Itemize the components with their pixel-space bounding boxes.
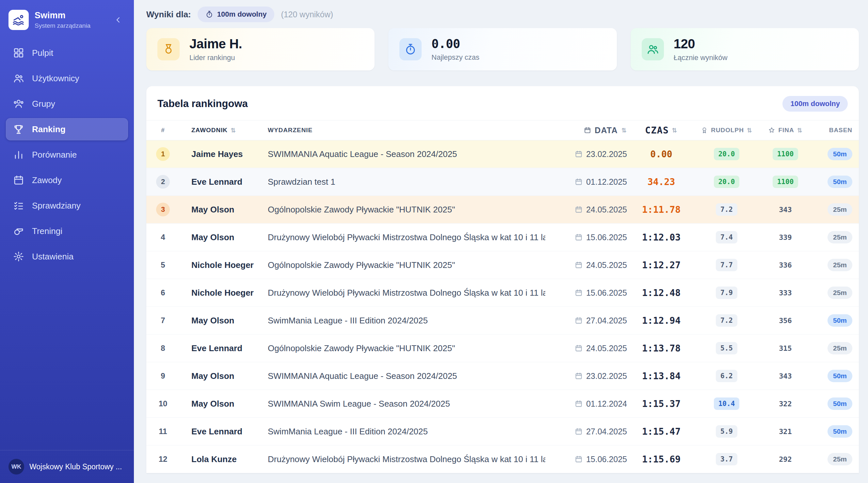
sidebar-item-label: Użytkownicy [32, 73, 79, 84]
table-row[interactable]: 3May OlsonOgólnopolskie Zawody Pływackie… [146, 196, 859, 224]
pool-badge: 50m [828, 314, 852, 327]
sidebar-item-label: Treningi [32, 226, 62, 236]
stat-text: Jaime H.Lider rankingu [189, 37, 242, 62]
event-filter-label: 100m dowolny [217, 10, 267, 19]
fina-points: 356 [779, 317, 792, 325]
table-row[interactable]: 1Jaime HayesSWIMMANIA Aquatic League - S… [146, 140, 859, 168]
sidebar-item-grupy[interactable]: Grupy [6, 93, 128, 115]
sidebar: Swimm System zarządzania PulpitUżytkowni… [0, 0, 134, 483]
pool-badge: 50m [828, 397, 852, 410]
column-label: Rudolph [711, 127, 744, 134]
fina-points: 292 [779, 455, 792, 463]
column-header-basen: Basen [813, 127, 852, 134]
table-event-badge: 100m dowolny [782, 96, 848, 111]
table-row[interactable]: 7May OlsonSwimMania League - III Edition… [146, 307, 859, 334]
brand-name: Swimm [35, 10, 90, 21]
result-time: 1:13.78 [627, 343, 695, 354]
column-label: Zawodnik [191, 127, 227, 134]
result-time: 0.00 [627, 149, 695, 160]
sidebar-item-label: Porównanie [32, 150, 77, 160]
column-label: FINA [778, 127, 794, 134]
trophy-icon [13, 124, 24, 135]
rank-badge: 9 [156, 369, 170, 383]
stat-text: 0.00Najlepszy czas [431, 37, 479, 62]
rank-badge: 10 [156, 397, 170, 411]
stat-card: Jaime H.Lider rankingu [146, 28, 375, 70]
pool-badge: 50m [828, 370, 852, 382]
gear-icon [13, 251, 24, 262]
group-icon [13, 98, 24, 109]
swimmer-name: May Olson [173, 232, 268, 243]
fina-points: 1100 [773, 175, 799, 188]
sidebar-item-uzytkownicy[interactable]: Użytkownicy [6, 67, 128, 89]
table-row[interactable]: 8Eve LennardOgólnopolskie Zawody Pływack… [146, 334, 859, 362]
result-date: 24.05.2025 [545, 344, 627, 353]
sidebar-item-label: Sprawdziany [32, 201, 81, 211]
result-date: 01.12.2024 [545, 399, 627, 409]
result-date: 23.02.2025 [545, 372, 627, 381]
rank-badge: 11 [156, 425, 170, 438]
pool-badge: 25m [828, 342, 852, 354]
result-date: 01.12.2025 [545, 177, 627, 187]
result-time: 1:13.84 [627, 371, 695, 382]
event-name: Sprawdzian test 1 [268, 177, 545, 187]
column-header-fina[interactable]: FINA⇅ [757, 127, 813, 134]
column-header-date[interactable]: Data⇅ [545, 126, 627, 135]
sidebar-item-porownanie[interactable]: Porównanie [6, 143, 128, 166]
sidebar-item-sprawdziany[interactable]: Sprawdziany [6, 194, 128, 217]
pool-badge: 25m [828, 287, 852, 299]
sidebar-collapse-button[interactable] [111, 13, 125, 27]
calendar-icon [575, 427, 583, 436]
column-header-time[interactable]: Czas⇅ [627, 125, 695, 136]
swimmer-name: May Olson [173, 316, 268, 326]
grid-icon [13, 47, 24, 58]
sidebar-item-ustawienia[interactable]: Ustawienia [6, 246, 128, 268]
sidebar-item-zawody[interactable]: Zawody [6, 169, 128, 191]
sidebar-item-label: Grupy [32, 99, 55, 109]
sidebar-footer[interactable]: WK Wojskowy Klub Sportowy ... [0, 450, 134, 483]
column-label: Wydarzenie [268, 127, 312, 134]
stat-value: Jaime H. [189, 37, 242, 51]
sidebar-item-pulpit[interactable]: Pulpit [6, 42, 128, 64]
column-label: Czas [645, 125, 669, 136]
fina-points: 315 [779, 344, 792, 352]
table-row[interactable]: 10May OlsonSWIMMANIA Swim League - Seaso… [146, 390, 859, 418]
swimmer-name: Jaime Hayes [173, 149, 268, 159]
rank-badge: 12 [156, 452, 170, 466]
fina-points: 1100 [773, 148, 799, 160]
column-label: Basen [829, 127, 852, 134]
sidebar-item-ranking[interactable]: Ranking [6, 118, 128, 140]
sidebar-item-treningi[interactable]: Treningi [6, 220, 128, 242]
stopwatch-icon [206, 10, 213, 18]
rudolph-score: 7.4 [716, 231, 737, 244]
column-header-rudolph[interactable]: Rudolph⇅ [695, 127, 757, 134]
stat-card: 0.00Najlepszy czas [388, 28, 617, 70]
rank-badge: 5 [156, 258, 170, 272]
table-row[interactable]: 5Nichole HoegerOgólnopolskie Zawody Pływ… [146, 251, 859, 279]
table-row[interactable]: 12Lola KunzeDrużynowy Wielobój Pływacki … [146, 446, 859, 473]
table-row[interactable]: 4May OlsonDrużynowy Wielobój Pływacki Mi… [146, 224, 859, 251]
sort-icon: ⇅ [672, 127, 677, 134]
stat-card: 120Łącznie wyników [630, 28, 859, 70]
table-row[interactable]: 9May OlsonSWIMMANIA Aquatic League - Sea… [146, 362, 859, 390]
sort-icon: ⇅ [797, 127, 803, 134]
table-row[interactable]: 6Nichole HoegerDrużynowy Wielobój Pływac… [146, 279, 859, 307]
rudolph-score: 7.9 [716, 287, 737, 299]
table-body: 1Jaime HayesSWIMMANIA Aquatic League - S… [146, 140, 859, 473]
table-row[interactable]: 2Eve LennardSprawdzian test 101.12.20253… [146, 168, 859, 196]
results-for-label: Wyniki dla: [146, 9, 191, 20]
column-header-swimmer[interactable]: Zawodnik⇅ [173, 127, 268, 134]
event-filter-pill[interactable]: 100m dowolny [197, 6, 275, 22]
calendar-icon [575, 150, 583, 158]
app-root: Swimm System zarządzania PulpitUżytkowni… [0, 0, 868, 483]
pool-badge: 25m [828, 231, 852, 244]
table-header: Tabela rankingowa 100m dowolny [146, 86, 859, 120]
event-name: SWIMMANIA Aquatic League - Season 2024/2… [268, 149, 545, 159]
event-name: SwimMania League - III Edition 2024/2025 [268, 316, 545, 326]
swimmer-name: Eve Lennard [173, 426, 268, 437]
calendar-icon [575, 261, 583, 269]
brand-text: Swimm System zarządzania [35, 10, 90, 29]
table-row[interactable]: 11Eve LennardSwimMania League - III Edit… [146, 418, 859, 446]
calendar-icon [13, 174, 24, 186]
column-header-rank: # [153, 127, 173, 134]
